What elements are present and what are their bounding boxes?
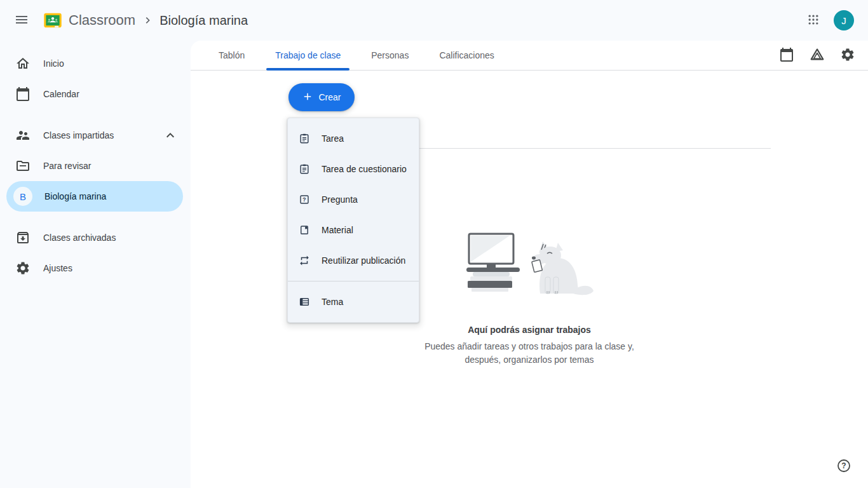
open-calendar-button[interactable] <box>771 41 802 71</box>
empty-state-text: Puedes añadir tareas y otros trabajos pa… <box>191 340 868 367</box>
reuse-post-icon <box>299 255 310 266</box>
sidebar-item-ajustes[interactable]: Ajustes <box>0 253 191 283</box>
menu-item-label: Reutilizar publicación <box>322 255 405 266</box>
teaching-icon <box>15 128 31 143</box>
menu-item-pregunta[interactable]: ? Pregunta <box>288 184 419 215</box>
tab-personas[interactable]: Personas <box>356 41 424 70</box>
menu-item-label: Tarea <box>322 133 344 144</box>
tab-calificaciones[interactable]: Calificaciones <box>424 41 509 70</box>
sidebar-item-label: Ajustes <box>43 263 72 273</box>
sidebar-item-label: Biología marina <box>44 191 106 201</box>
svg-text:?: ? <box>841 461 846 470</box>
chevron-right-icon <box>142 14 154 27</box>
settings-gear-icon <box>15 261 31 276</box>
classroom-logo-icon <box>43 11 62 30</box>
classroom-home-link[interactable]: Classroom <box>43 11 135 30</box>
create-button[interactable]: Crear <box>288 83 355 111</box>
create-button-label: Crear <box>318 92 341 102</box>
menu-item-reutilizar-publicacion[interactable]: Reutilizar publicación <box>288 245 419 276</box>
sidebar-item-label: Clases archivadas <box>43 233 116 243</box>
hamburger-icon <box>14 12 29 29</box>
menu-item-label: Material <box>322 225 353 235</box>
main-content: Tablón Trabajo de clase Personas Calific… <box>191 41 868 488</box>
archive-icon <box>15 230 31 245</box>
app-name: Classroom <box>69 12 135 29</box>
tab-trabajo-de-clase[interactable]: Trabajo de clase <box>260 41 356 70</box>
sidebar-item-biologia-marina[interactable]: B Biología marina <box>6 181 183 212</box>
calendar-icon <box>779 47 794 64</box>
google-apps-button[interactable] <box>798 5 829 36</box>
create-menu: Tarea Tarea de cuestionario ? Pregunta <box>287 118 419 323</box>
menu-divider <box>288 281 419 281</box>
sidebar-item-label: Para revisar <box>43 161 91 171</box>
sidebar-item-inicio[interactable]: Inicio <box>0 48 191 79</box>
tabbar-actions <box>771 41 863 71</box>
top-app-bar: Classroom Biología marina J <box>0 0 868 41</box>
sidebar-item-label: Calendar <box>43 89 79 99</box>
tab-tablon[interactable]: Tablón <box>203 41 260 70</box>
menu-item-label: Tema <box>322 297 343 307</box>
sidebar-item-clases-impartidas[interactable]: Clases impartidas <box>0 120 191 151</box>
question-icon: ? <box>299 194 310 205</box>
menu-item-label: Pregunta <box>322 194 358 205</box>
drive-folder-button[interactable] <box>802 41 832 71</box>
topic-icon <box>299 296 310 308</box>
calendar-icon <box>15 86 31 102</box>
topbar-actions: J <box>798 5 860 36</box>
sidebar-item-calendar[interactable]: Calendar <box>0 79 191 109</box>
menu-item-label: Tarea de cuestionario <box>322 164 407 174</box>
empty-state-illustration <box>463 294 596 305</box>
apps-grid-icon <box>807 13 820 28</box>
empty-state-title: Aquí podrás asignar trabajos <box>191 325 868 335</box>
sidebar-item-para-revisar[interactable]: Para revisar <box>0 151 191 181</box>
menu-item-tarea[interactable]: Tarea <box>288 123 419 154</box>
chevron-up-icon[interactable] <box>163 128 178 143</box>
menu-item-tema[interactable]: Tema <box>288 287 419 317</box>
plus-icon <box>302 91 313 104</box>
course-settings-button[interactable] <box>832 41 863 71</box>
empty-state-line2: después, organizarlos por temas <box>191 353 868 367</box>
breadcrumb-course-name[interactable]: Biología marina <box>159 13 248 28</box>
quiz-assignment-icon <box>299 163 310 175</box>
empty-state-line1: Puedes añadir tareas y otros trabajos pa… <box>191 340 868 353</box>
to-review-folder-icon <box>15 158 31 173</box>
main-menu-button[interactable] <box>6 5 37 36</box>
sidebar-item-clases-archivadas[interactable]: Clases archivadas <box>0 222 191 253</box>
menu-item-tarea-de-cuestionario[interactable]: Tarea de cuestionario <box>288 154 419 184</box>
help-icon: ? <box>836 458 851 475</box>
sidebar-item-label: Clases impartidas <box>43 130 114 140</box>
sidebar-nav: Inicio Calendar Clases impartidas Para r… <box>0 41 191 488</box>
svg-text:?: ? <box>302 196 306 203</box>
help-button[interactable]: ? <box>830 452 858 480</box>
sidebar-item-label: Inicio <box>43 58 64 69</box>
assignment-icon <box>299 133 310 144</box>
account-avatar[interactable]: J <box>834 10 854 30</box>
home-icon <box>15 56 31 71</box>
settings-gear-icon <box>840 47 855 64</box>
course-tabbar: Tablón Trabajo de clase Personas Calific… <box>191 41 868 71</box>
menu-item-material[interactable]: Material <box>288 215 419 245</box>
material-icon <box>299 224 310 236</box>
google-drive-icon <box>809 46 825 65</box>
class-initial-avatar: B <box>13 187 32 206</box>
